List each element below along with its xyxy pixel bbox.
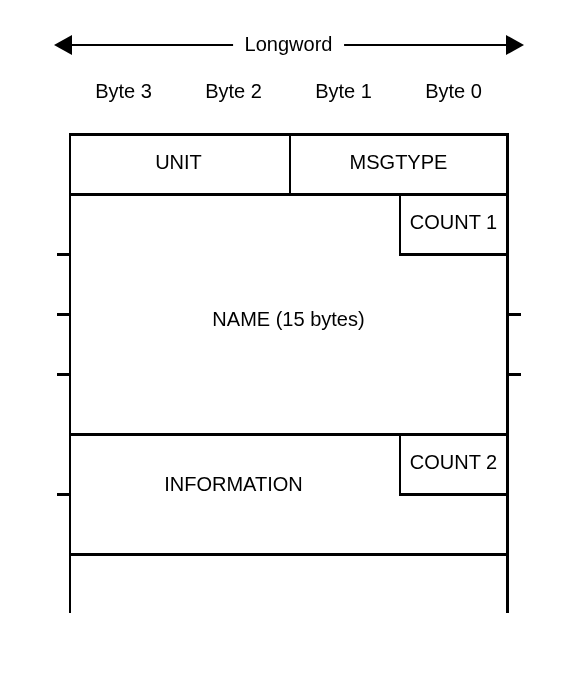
count1-bottom xyxy=(399,253,509,256)
count2-field: COUNT 2 xyxy=(399,451,509,474)
byte-3-label: Byte 3 xyxy=(69,80,179,103)
arrow-right-icon xyxy=(506,35,524,55)
byte-1-label: Byte 1 xyxy=(289,80,399,103)
info-bottom-border xyxy=(69,553,509,556)
tick-left-1 xyxy=(57,253,71,256)
tick-left-4 xyxy=(57,493,71,496)
byte-0-label: Byte 0 xyxy=(399,80,509,103)
byte-2-label: Byte 2 xyxy=(179,80,289,103)
longword-arrow: Longword xyxy=(54,30,524,60)
tick-left-3 xyxy=(57,373,71,376)
name-field: NAME (15 bytes) xyxy=(69,308,509,331)
name-bottom-border xyxy=(69,433,509,436)
information-field: INFORMATION xyxy=(69,473,399,496)
message-layout-diagram: UNIT MSGTYPE COUNT 1 NAME (15 bytes) COU… xyxy=(69,133,509,613)
arrow-left-icon xyxy=(54,35,72,55)
count1-field: COUNT 1 xyxy=(399,211,509,234)
longword-label: Longword xyxy=(233,33,345,56)
count2-bottom xyxy=(399,493,509,496)
msgtype-field: MSGTYPE xyxy=(289,151,509,174)
row1-bottom xyxy=(69,193,509,196)
byte-labels-row: Byte 3 Byte 2 Byte 1 Byte 0 xyxy=(69,80,509,103)
unit-field: UNIT xyxy=(69,151,289,174)
tick-right-2 xyxy=(507,313,521,316)
tick-right-3 xyxy=(507,373,521,376)
